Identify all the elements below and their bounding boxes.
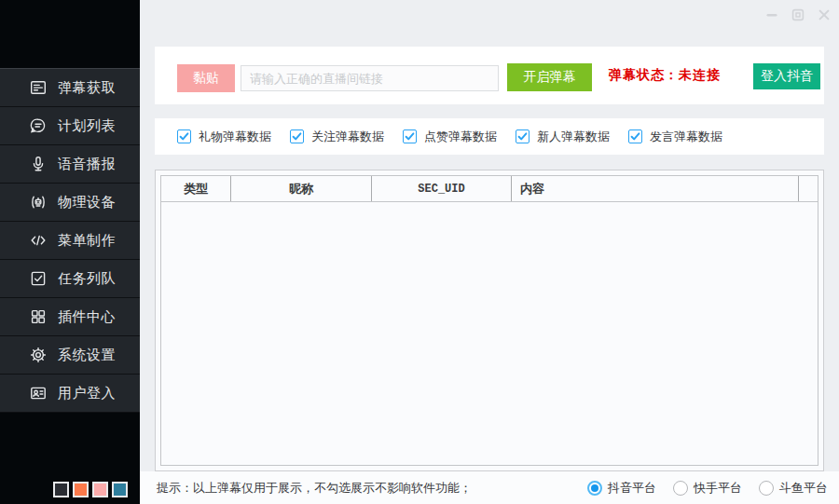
danmaku-panel-icon (29, 78, 48, 97)
footer-bar: 提示：以上弹幕仅用于展示，不勾选展示不影响软件功能； 抖音平台 快手平台 斗鱼平… (140, 471, 839, 504)
platform-label: 快手平台 (694, 480, 742, 497)
theme-swatch-pink[interactable] (92, 482, 108, 497)
sidebar-item-voice-broadcast[interactable]: 语音播报 (0, 145, 140, 184)
sidebar-item-label: 语音播报 (58, 156, 116, 173)
table-body-empty (161, 202, 818, 465)
filter-follow-danmaku[interactable]: 关注弹幕数据 (290, 129, 403, 145)
danmaku-table: 类型 昵称 SEC_UID 内容 (160, 175, 818, 466)
filter-label: 关注弹幕数据 (311, 129, 384, 145)
radio-unselected-icon[interactable] (759, 481, 774, 496)
checkbox-checked-icon[interactable] (628, 129, 642, 143)
start-danmaku-button[interactable]: 开启弹幕 (507, 63, 592, 91)
column-header-type: 类型 (161, 176, 231, 201)
checkbox-checked-icon[interactable] (403, 129, 417, 143)
sidebar-item-system-settings[interactable]: 系统设置 (0, 336, 140, 375)
filter-like-danmaku[interactable]: 点赞弹幕数据 (403, 129, 516, 145)
sidebar-item-danmaku-fetch[interactable]: 弹幕获取 (0, 69, 140, 107)
room-link-input[interactable] (241, 65, 499, 91)
sidebar-menu: 弹幕获取 计划列表 语音播报 (0, 68, 140, 413)
sidebar-item-plugin-center[interactable]: 插件中心 (0, 298, 140, 336)
sidebar-item-task-queue[interactable]: 任务列队 (0, 260, 140, 298)
code-icon (29, 231, 48, 250)
maximize-icon[interactable] (791, 7, 805, 21)
user-card-icon (29, 384, 48, 402)
platform-radio-group: 抖音平台 快手平台 斗鱼平台 (587, 480, 828, 497)
connection-card: 黏贴 开启弹幕 弹幕状态：未连接 登入抖音 (155, 47, 824, 104)
sidebar-item-label: 物理设备 (58, 194, 116, 211)
radio-unselected-icon[interactable] (673, 481, 688, 496)
logo-area (0, 0, 140, 68)
column-header-spacer (799, 176, 818, 201)
filter-card: 礼物弹幕数据 关注弹幕数据 点赞弹幕数据 新人弹幕数据 发言弹幕数据 (155, 118, 824, 155)
platform-kuaishou[interactable]: 快手平台 (673, 480, 742, 497)
sidebar: 弹幕获取 计划列表 语音播报 (0, 0, 140, 504)
plan-list-icon (29, 116, 48, 135)
microphone-icon (29, 155, 48, 173)
checkbox-checked-icon[interactable] (177, 129, 191, 143)
platform-douyu[interactable]: 斗鱼平台 (759, 480, 828, 497)
platform-douyin[interactable]: 抖音平台 (587, 480, 656, 497)
platform-label: 斗鱼平台 (779, 480, 828, 497)
sidebar-item-label: 弹幕获取 (58, 79, 116, 97)
filter-newcomer-danmaku[interactable]: 新人弹幕数据 (516, 129, 628, 145)
paste-button[interactable]: 黏贴 (177, 64, 235, 92)
checkbox-checked-icon[interactable] (290, 129, 304, 143)
sidebar-item-label: 插件中心 (58, 308, 116, 326)
theme-swatch-teal[interactable] (112, 482, 128, 497)
sidebar-item-label: 菜单制作 (58, 232, 116, 250)
douyin-login-button[interactable]: 登入抖音 (753, 63, 820, 89)
sidebar-item-menu-maker[interactable]: 菜单制作 (0, 222, 140, 260)
radio-selected-icon[interactable] (587, 481, 602, 496)
sidebar-item-user-login[interactable]: 用户登入 (0, 375, 140, 413)
column-header-sec-uid: SEC_UID (372, 176, 512, 201)
footer-hint-text: 提示：以上弹幕仅用于展示，不勾选展示不影响软件功能； (157, 480, 472, 497)
theme-swatches (53, 482, 128, 497)
table-header-row: 类型 昵称 SEC_UID 内容 (161, 176, 818, 202)
filter-chat-danmaku[interactable]: 发言弹幕数据 (628, 129, 741, 145)
gear-icon (29, 346, 48, 364)
close-icon[interactable] (817, 7, 831, 21)
task-check-icon (29, 269, 48, 288)
theme-swatch-orange[interactable] (73, 482, 89, 497)
column-header-nickname: 昵称 (231, 176, 372, 201)
window-controls (764, 7, 831, 21)
filter-label: 发言弹幕数据 (650, 129, 722, 145)
column-header-content: 内容 (512, 176, 799, 201)
sidebar-item-label: 用户登入 (58, 385, 116, 402)
sidebar-item-physical-device[interactable]: 物理设备 (0, 184, 140, 222)
sidebar-item-label: 任务列队 (58, 270, 116, 288)
filter-gift-danmaku[interactable]: 礼物弹幕数据 (177, 129, 290, 145)
minimize-icon[interactable] (764, 7, 778, 21)
sidebar-item-plan-list[interactable]: 计划列表 (0, 107, 140, 145)
danmaku-status-text: 弹幕状态：未连接 (609, 47, 721, 104)
sidebar-item-label: 系统设置 (58, 347, 116, 364)
theme-swatch-dark[interactable] (53, 482, 69, 497)
danmaku-table-panel: 类型 昵称 SEC_UID 内容 (155, 170, 824, 471)
filter-label: 新人弹幕数据 (537, 129, 610, 145)
checkbox-checked-icon[interactable] (516, 129, 530, 143)
platform-label: 抖音平台 (608, 480, 656, 497)
physical-device-icon (29, 193, 48, 211)
filter-label: 点赞弹幕数据 (424, 129, 497, 145)
filter-label: 礼物弹幕数据 (199, 129, 271, 145)
sidebar-item-label: 计划列表 (58, 117, 116, 135)
plugin-grid-icon (29, 307, 48, 326)
